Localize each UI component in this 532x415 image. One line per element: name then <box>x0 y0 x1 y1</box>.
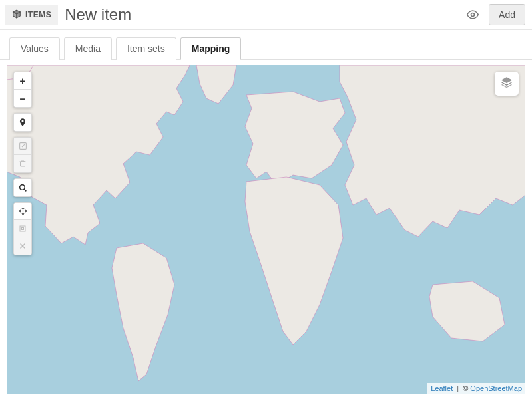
svg-rect-2 <box>21 162 25 166</box>
search-button[interactable] <box>14 179 31 196</box>
map-controls: + − <box>13 72 32 255</box>
marker-button[interactable] <box>14 114 31 131</box>
tab-media[interactable]: Media <box>64 37 112 60</box>
page-title: New item <box>65 5 459 24</box>
cube-icon <box>12 9 25 21</box>
map[interactable]: + − <box>7 65 525 394</box>
marker-control <box>13 113 32 132</box>
zoom-out-button[interactable]: − <box>14 90 31 107</box>
delete-button <box>14 155 31 172</box>
copyright-symbol: © <box>463 384 468 392</box>
leaflet-link[interactable]: Leaflet <box>431 384 453 392</box>
svg-point-3 <box>19 184 25 190</box>
zoom-in-button[interactable]: + <box>14 72 31 90</box>
zoom-control: + − <box>13 72 32 108</box>
attribution-separator: | <box>457 384 459 392</box>
layers-control[interactable] <box>495 72 519 96</box>
edit-control <box>13 137 32 173</box>
tab-values[interactable]: Values <box>9 37 60 60</box>
edit-button <box>14 138 31 155</box>
world-map-svg <box>7 65 525 394</box>
map-container: + − <box>0 60 532 402</box>
osm-link[interactable]: OpenStreetMap <box>470 384 522 392</box>
layers-icon <box>500 76 513 92</box>
search-control <box>13 178 32 197</box>
breadcrumb-label: ITEMS <box>25 10 51 19</box>
view-control <box>13 202 32 255</box>
svg-point-0 <box>471 13 475 17</box>
map-attribution: Leaflet | © OpenStreetMap <box>427 383 525 394</box>
tab-mapping[interactable]: Mapping <box>180 37 242 60</box>
header-actions: Add <box>466 4 525 25</box>
clear-button <box>14 237 31 255</box>
preview-icon[interactable] <box>466 8 479 21</box>
tab-item-sets[interactable]: Item sets <box>116 37 176 60</box>
breadcrumb[interactable]: ITEMS <box>5 5 58 25</box>
bounds-button <box>14 220 31 237</box>
page-header: ITEMS New item Add <box>0 0 532 30</box>
tab-bar: Values Media Item sets Mapping <box>0 30 532 60</box>
svg-rect-5 <box>22 227 24 229</box>
move-button[interactable] <box>14 203 31 220</box>
add-button[interactable]: Add <box>489 4 525 25</box>
svg-rect-4 <box>20 226 25 231</box>
